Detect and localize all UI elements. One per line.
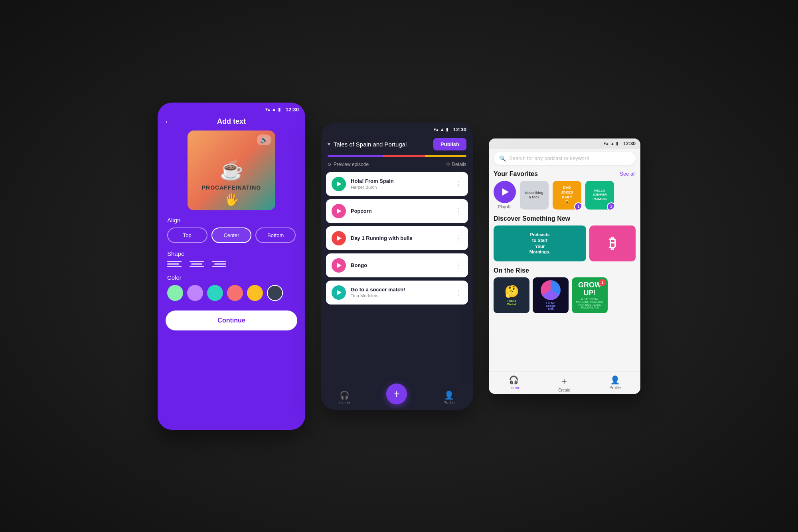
continue-button[interactable]: Continue <box>166 310 297 330</box>
episode-title-1: Hola! From Spain <box>351 178 450 184</box>
podcast-header: ▾ Tales of Spain and Portugal Publish <box>321 135 473 155</box>
rise-podcast-3[interactable]: GROWUP! A SATURDAY MORNING PODCAST FOR N… <box>572 277 608 313</box>
play-circle-icon: ⊙ <box>328 162 331 167</box>
status-time-3: 12:30 <box>623 141 636 146</box>
discover-item-1[interactable]: Podcaststo StartYourMornings. <box>494 225 586 261</box>
episode-info-5: Go to a soccer match! Tina Medeiros <box>351 287 450 298</box>
shape-label: Shape <box>158 250 305 257</box>
chevron-down-icon[interactable]: ▾ <box>328 141 330 147</box>
align-bottom-button[interactable]: Bottom <box>255 227 296 243</box>
episode-card-3: Day 1 Running with bulls ⋮ <box>326 226 468 250</box>
play-button-ep1[interactable] <box>332 177 346 191</box>
on-rise-section-header: On the Rise <box>489 265 640 276</box>
screen-add-text: ▾▴ ▲ ▮ 12:30 ← Add text ☕ PROCAFFEINATIN… <box>158 103 305 430</box>
align-top-button[interactable]: Top <box>167 227 207 243</box>
nav-create-3[interactable]: ＋ Create <box>558 375 570 392</box>
nav-create-label-3: Create <box>558 388 570 392</box>
episode-card-1: Hola! From Spain Harper Burch ⋮ <box>326 172 468 196</box>
signal-icon: ▲ <box>272 107 277 112</box>
podcast-header-left: ▾ Tales of Spain and Portugal <box>328 141 407 148</box>
shape-options-group <box>158 261 305 267</box>
wifi-icon-2: ▾▴ <box>434 127 439 132</box>
play-button-ep3[interactable] <box>332 231 346 245</box>
podcast-header-title: Tales of Spain and Portugal <box>334 141 407 148</box>
headphones-icon-2: 🎧 <box>340 390 350 400</box>
audio-badge: 🔊 <box>257 134 271 145</box>
episode-card-5: Go to a soccer match! Tina Medeiros ⋮ <box>326 281 468 305</box>
details-button[interactable]: ⚙ Details <box>446 162 466 167</box>
wifi-icon-3: ▾▴ <box>604 141 608 146</box>
episode-meta: ⊙ Preview episode ⚙ Details <box>321 162 473 167</box>
episode-more-5[interactable]: ⋮ <box>455 288 462 297</box>
nav-create-fab[interactable]: + <box>386 384 407 404</box>
episode-author-1: Harper Burch <box>351 185 450 190</box>
favorites-title: Your Favorites <box>494 170 538 178</box>
play-button-ep5[interactable] <box>332 285 346 300</box>
status-icons-2: ▾▴ ▲ ▮ <box>434 127 448 132</box>
shape-option-left[interactable] <box>167 261 182 267</box>
color-label: Color <box>158 274 305 281</box>
podcast-name-overlay: PROCAFFEINATING <box>202 184 261 191</box>
episode-more-3[interactable]: ⋮ <box>455 234 462 243</box>
see-all-button[interactable]: See all <box>620 171 636 177</box>
battery-icon-2: ▮ <box>446 127 448 132</box>
shape-option-right[interactable] <box>212 261 226 267</box>
screen-podcast-episodes: ▾▴ ▲ ▮ 12:30 ▾ Tales of Spain and Portug… <box>321 123 473 410</box>
episode-title-3: Day 1 Running with bulls <box>351 235 450 241</box>
discover-text-1: Podcaststo StartYourMornings. <box>527 229 553 257</box>
preview-label: Preview episode <box>334 162 369 167</box>
favorites-row: Play All describinga rock DADJOKESDAILY😆… <box>489 179 640 213</box>
color-yellow[interactable] <box>247 285 263 301</box>
episode-info-4: Bongo <box>351 262 450 268</box>
color-mint[interactable] <box>167 285 183 301</box>
screen-podcast-discovery: ▾▴ ▲ ▮ 12:30 🔍 Search for any podcast or… <box>489 138 640 394</box>
discover-text-2: ₿ <box>609 235 616 252</box>
rise-podcast-1[interactable]: 🤔 That'sWeird <box>494 277 529 313</box>
discover-section: Podcaststo StartYourMornings. ₿ <box>489 224 640 265</box>
fav-podcast-bg-1: describinga rock <box>520 181 549 210</box>
play-button-ep2[interactable] <box>332 204 346 218</box>
episode-info-2: Popcorn <box>351 208 450 214</box>
play-all-button[interactable] <box>494 181 516 203</box>
progress-bar-container <box>321 155 473 157</box>
fav-podcast-1[interactable]: describinga rock <box>520 181 549 210</box>
fav-podcast-2[interactable]: DADJOKESDAILY😆 1 <box>553 181 581 210</box>
on-rise-title: On the Rise <box>494 267 529 274</box>
color-purple[interactable] <box>187 285 203 301</box>
status-time-2: 12:30 <box>453 127 466 133</box>
search-icon: 🔍 <box>499 155 506 162</box>
publish-button[interactable]: Publish <box>433 138 466 150</box>
play-button-ep4[interactable] <box>332 258 346 273</box>
page-title-add-text: Add text <box>217 117 246 126</box>
episode-more-1[interactable]: ⋮ <box>455 180 462 188</box>
discover-item-2[interactable]: ₿ <box>589 225 636 261</box>
status-bar-1: ▾▴ ▲ ▮ 12:30 <box>158 103 305 114</box>
status-icons-1: ▾▴ ▲ ▮ <box>265 107 281 112</box>
fav-badge-2: 1 <box>574 202 581 210</box>
shape-option-center[interactable] <box>190 261 204 267</box>
episode-more-4[interactable]: ⋮ <box>455 261 462 270</box>
fav-podcast-3[interactable]: HELLOSUMMERPARADIS 3 <box>585 181 614 210</box>
rise-podcast-2[interactable]: Let MeGoogleThat <box>533 277 569 313</box>
preview-episode[interactable]: ⊙ Preview episode <box>328 162 369 167</box>
bottom-nav-2: 🎧 Listen + 👤 Profile <box>321 384 473 410</box>
plus-icon-3: ＋ <box>560 375 569 387</box>
person-icon-3: 👤 <box>610 375 620 385</box>
nav-listen-3[interactable]: 🎧 Listen <box>508 375 519 392</box>
episode-more-2[interactable]: ⋮ <box>455 207 462 216</box>
align-center-button[interactable]: Center <box>211 227 252 243</box>
color-options-group <box>158 285 305 301</box>
color-dark[interactable] <box>267 285 283 301</box>
rise-badge-3: 1 <box>599 279 606 286</box>
episode-title-2: Popcorn <box>351 208 450 214</box>
nav-profile-2[interactable]: 👤 Profile <box>443 390 454 405</box>
back-button[interactable]: ← <box>164 117 172 126</box>
color-teal[interactable] <box>207 285 223 301</box>
search-bar[interactable]: 🔍 Search for any podcast or keyword <box>494 152 636 165</box>
nav-listen-2[interactable]: 🎧 Listen <box>339 390 350 405</box>
discover-title: Discover Something New <box>494 215 570 222</box>
color-red[interactable] <box>227 285 243 301</box>
nav-profile-3[interactable]: 👤 Profile <box>609 375 620 392</box>
nav-profile-label-3: Profile <box>609 386 620 390</box>
align-label: Align <box>158 217 305 223</box>
